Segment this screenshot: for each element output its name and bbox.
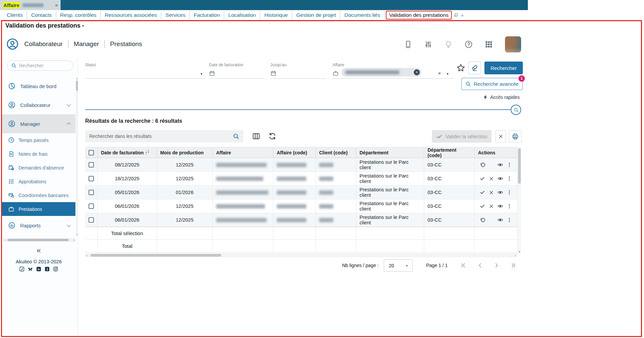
browser-tab[interactable]: Affaire × xyxy=(0,0,61,10)
calendar-icon[interactable] xyxy=(209,70,215,76)
more-actions-icon[interactable] xyxy=(507,217,512,223)
favorite-star-icon[interactable] xyxy=(456,64,465,72)
nav-prestations[interactable]: Prestations xyxy=(110,40,142,48)
first-page-icon[interactable] xyxy=(461,262,467,268)
scroll-left-icon[interactable]: ‹ xyxy=(86,254,88,257)
sidebar-item-approbations[interactable]: Approbations xyxy=(2,175,75,188)
more-actions-icon[interactable] xyxy=(507,190,512,195)
tab-contacts[interactable]: Contacts xyxy=(27,11,56,19)
table-vertical-scrollbar[interactable]: ▾ xyxy=(517,147,521,254)
row-checkbox[interactable] xyxy=(89,217,94,223)
sidebar-vertical-scrollbar[interactable]: ▴ ▾ xyxy=(76,77,78,236)
table-row[interactable]: 08/12/2025 12/2025 Prestations sur le Pa… xyxy=(85,158,517,172)
chip-remove-icon[interactable]: × xyxy=(414,69,420,75)
scroll-right-icon[interactable]: › xyxy=(515,254,516,257)
sidebar-item-rapports[interactable]: Rapports xyxy=(2,216,75,235)
tab-close-icon[interactable]: × xyxy=(55,3,58,8)
sidebar-search[interactable] xyxy=(7,61,73,71)
more-actions-icon[interactable] xyxy=(507,162,512,167)
sidebar-item-coordonnees-bancaires[interactable]: Coordonnées bancaires xyxy=(2,188,75,202)
tab-documents-lies[interactable]: Documents liés xyxy=(340,11,384,19)
clear-filters-button[interactable] xyxy=(468,62,481,74)
results-search[interactable] xyxy=(85,130,243,142)
eye-icon[interactable] xyxy=(497,162,503,168)
row-checkbox[interactable] xyxy=(89,190,94,195)
row-checkbox[interactable] xyxy=(89,203,94,209)
help-icon[interactable] xyxy=(465,40,473,48)
print-button[interactable] xyxy=(509,130,521,143)
nav-collaborateur[interactable]: Collaborateur xyxy=(24,40,63,48)
chevron-down-icon[interactable]: ▾ xyxy=(82,24,84,28)
affaire-chip[interactable]: × xyxy=(341,68,421,77)
blog-icon[interactable] xyxy=(19,266,25,272)
more-actions-icon[interactable] xyxy=(507,203,512,209)
calendar-icon[interactable] xyxy=(270,70,276,76)
bluesky-icon[interactable] xyxy=(28,266,33,272)
col-mois-production[interactable]: Mois de production xyxy=(157,147,213,158)
lightbulb-icon[interactable] xyxy=(444,40,452,48)
scroll-left-icon[interactable]: ‹ xyxy=(4,238,5,242)
table-row[interactable]: 05/01/2026 01/2026 Prestations sur le Pa… xyxy=(85,186,517,199)
eye-icon[interactable] xyxy=(497,217,503,223)
sidebar-horizontal-scrollbar[interactable]: ‹ › xyxy=(3,238,75,242)
sidebar-item-notes-de-frais[interactable]: Notes de frais xyxy=(2,147,75,161)
scrollbar-thumb[interactable] xyxy=(91,254,221,257)
filter-statut[interactable]: Statut ▾ xyxy=(85,63,205,79)
row-checkbox[interactable] xyxy=(89,162,94,167)
tab-validation-des-prestations[interactable]: Validation des prestations xyxy=(386,11,452,20)
col-departement[interactable]: Département xyxy=(356,147,424,158)
linkedin-icon[interactable] xyxy=(36,266,41,272)
tab-gestion-de-projet[interactable]: Gestion de projet xyxy=(292,11,340,19)
search-divider-icon[interactable] xyxy=(511,105,521,115)
clear-field-icon[interactable]: × xyxy=(438,70,441,76)
advanced-search-button[interactable]: Recherche avancée 1 xyxy=(461,78,523,90)
tab-historique[interactable]: Historique xyxy=(260,11,292,19)
reject-cross-icon[interactable] xyxy=(489,204,494,209)
col-date-facturation[interactable]: Date de facturation↑1 xyxy=(98,147,157,158)
filter-date-facturation[interactable]: Date de facturation xyxy=(209,63,265,79)
search-button[interactable]: Rechercher xyxy=(484,62,523,74)
per-page-select[interactable]: 20 ▾ xyxy=(384,259,413,272)
facebook-icon[interactable] xyxy=(44,266,50,272)
approve-check-icon[interactable] xyxy=(480,176,485,181)
table-row[interactable]: 18/12/2025 12/2025 Prestations sur le Pa… xyxy=(85,172,517,186)
next-page-icon[interactable] xyxy=(494,262,500,268)
tab-localisation[interactable]: Localisation xyxy=(224,11,260,19)
cancel-selection-button[interactable] xyxy=(496,130,506,143)
chevron-down-icon[interactable]: ▾ xyxy=(201,72,202,76)
restore-window-icon[interactable] xyxy=(454,13,458,17)
col-client-code[interactable]: Client (code) xyxy=(316,147,356,158)
sidebar-item-tableau-de-bord[interactable]: Tableau de bord xyxy=(2,77,75,96)
last-page-icon[interactable] xyxy=(510,262,516,268)
undo-icon[interactable] xyxy=(480,162,485,168)
chevron-down-icon[interactable]: ▾ xyxy=(447,72,448,76)
nav-manager[interactable]: Manager xyxy=(74,40,99,48)
filter-jusquau[interactable]: Jusqu'au xyxy=(270,63,326,79)
sidebar-collapse-button[interactable]: « xyxy=(2,246,75,255)
row-checkbox[interactable] xyxy=(89,176,94,181)
scrollbar-thumb[interactable] xyxy=(518,148,521,184)
eye-icon[interactable] xyxy=(497,203,503,209)
refresh-icon[interactable] xyxy=(268,132,276,140)
search-icon[interactable] xyxy=(233,133,239,140)
scroll-up-icon[interactable]: ▴ xyxy=(76,77,78,79)
scrollbar-thumb[interactable] xyxy=(7,239,69,241)
eye-icon[interactable] xyxy=(497,189,503,195)
col-affaire-code[interactable]: Affaire (code) xyxy=(273,147,316,158)
quick-access-link[interactable]: Accès rapides xyxy=(483,95,520,100)
scroll-down-icon[interactable]: ▾ xyxy=(517,251,521,253)
sort-asc-icon[interactable]: ↑1 xyxy=(145,150,149,155)
results-search-input[interactable] xyxy=(89,134,233,139)
sidebar-item-manager[interactable]: Manager xyxy=(2,114,75,133)
more-actions-icon[interactable] xyxy=(507,176,512,181)
sidebar-item-collaborateur[interactable]: Collaborateur xyxy=(2,96,75,114)
table-horizontal-scrollbar[interactable]: ‹ › xyxy=(85,253,517,257)
avatar[interactable] xyxy=(505,36,521,52)
table-row[interactable]: 06/01/2026 12/2025 Prestations sur le Pa… xyxy=(85,213,517,227)
select-all-checkbox[interactable] xyxy=(89,150,94,155)
scroll-right-icon[interactable]: › xyxy=(73,238,75,242)
approve-check-icon[interactable] xyxy=(480,203,485,209)
reject-cross-icon[interactable] xyxy=(489,176,494,181)
approve-check-icon[interactable] xyxy=(480,190,485,195)
apps-grid-icon[interactable] xyxy=(485,40,493,48)
